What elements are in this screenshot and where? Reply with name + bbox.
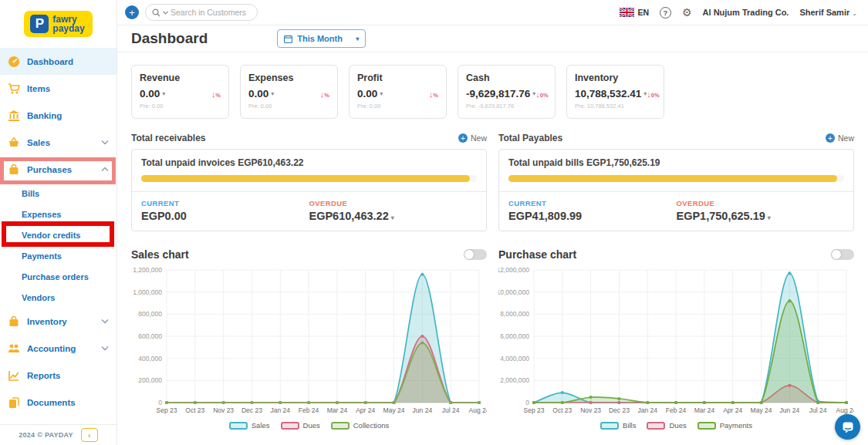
kpi-card-profit: Profit 0.00▾↓% Pre: 0.00 — [349, 65, 447, 119]
svg-text:800,000: 800,000 — [138, 310, 162, 318]
current-label: CURRENT — [141, 199, 309, 207]
legend-item-payments[interactable]: Payments — [697, 421, 752, 430]
sidebar-item-sales[interactable]: Sales — [0, 129, 117, 156]
svg-text:600,000: 600,000 — [138, 332, 162, 340]
svg-text:Apr 24: Apr 24 — [723, 406, 742, 414]
sidebar-item-vendors[interactable]: Vendors — [0, 287, 117, 308]
new-label: New — [838, 133, 854, 143]
receivables-progress-bar — [141, 175, 477, 182]
receivables-title: Total receivables — [131, 133, 206, 143]
sidebar-item-label: Accounting — [27, 344, 101, 353]
kpi-label: Cash — [466, 72, 547, 83]
purchase-chart-section: Purchase chart 02,000,0004,000,0006,000,… — [498, 248, 854, 430]
legend-swatch — [697, 422, 716, 430]
kpi-label: Expenses — [248, 72, 329, 83]
topbar: + EN ? ⚙ Al Nujum Trading Co. Sherif Sam… — [117, 0, 868, 25]
sidebar-item-label: Banking — [27, 111, 109, 120]
legend-swatch — [647, 422, 665, 430]
svg-text:6,000,000: 6,000,000 — [500, 332, 529, 340]
copyright-text: 2024 © PAYDAY — [19, 431, 73, 439]
purchase-chart: 02,000,0004,000,0006,000,0008,000,00010,… — [498, 264, 854, 420]
sidebar-item-banking[interactable]: Banking — [0, 102, 117, 129]
quick-add-button[interactable]: + — [125, 5, 139, 19]
payables-title: Total Payables — [498, 133, 562, 143]
uk-flag-icon — [620, 8, 634, 17]
sales-chart-toggle[interactable] — [464, 249, 487, 260]
cart-icon — [8, 83, 20, 95]
search-input[interactable] — [171, 8, 248, 17]
period-filter-dropdown[interactable]: This Month ▾ — [277, 29, 366, 48]
legend-item-dues[interactable]: Dues — [281, 421, 320, 430]
user-menu[interactable]: Sherif Samir ⌄ — [799, 8, 857, 17]
search-scope-caret-icon[interactable] — [163, 11, 168, 15]
kpi-previous-value: Pre: 0.00 — [357, 103, 438, 110]
svg-text:Jul 24: Jul 24 — [442, 406, 460, 414]
sidebar: P fawry payday Dashboard Items Banking — [0, 0, 117, 445]
plus-icon: + — [458, 133, 468, 143]
language-selector[interactable]: EN — [620, 8, 649, 17]
sidebar-item-label: Purchases — [27, 165, 101, 174]
kpi-previous-value: Pre: 10,788,532.41 — [575, 103, 656, 110]
new-bill-button[interactable]: + New — [826, 133, 854, 143]
global-search[interactable] — [145, 4, 258, 21]
chat-widget-button[interactable] — [835, 414, 860, 440]
legend-item-bills[interactable]: Bills — [600, 421, 636, 430]
overdue-dropdown-caret-icon[interactable]: ▾ — [391, 214, 394, 221]
sidebar-item-dashboard[interactable]: Dashboard — [0, 48, 117, 75]
sidebar-collapse-button[interactable]: ‹ — [81, 428, 98, 442]
brand-logo[interactable]: P fawry payday — [0, 0, 117, 48]
current-value: EGP0.00 — [141, 210, 309, 222]
sidebar-item-bills[interactable]: Bills — [0, 183, 117, 204]
chevron-up-icon — [101, 167, 109, 172]
help-icon[interactable]: ? — [660, 7, 671, 19]
kpi-delta-down: ↓0% — [647, 89, 659, 99]
new-invoice-button[interactable]: + New — [458, 133, 487, 143]
svg-text:Nov 23: Nov 23 — [580, 406, 601, 414]
legend-swatch — [331, 422, 350, 430]
sidebar-child-label: Purchase orders — [22, 272, 89, 281]
legend-swatch — [281, 422, 299, 430]
app-window: P fawry payday Dashboard Items Banking — [0, 0, 868, 445]
language-code: EN — [637, 8, 649, 17]
sidebar-item-inventory[interactable]: Inventory — [0, 308, 117, 335]
legend-item-sales[interactable]: Sales — [229, 421, 270, 430]
period-filter-value: This Month — [297, 34, 343, 43]
svg-text:Aug 24: Aug 24 — [469, 406, 487, 414]
sidebar-item-purchases[interactable]: Purchases — [0, 156, 117, 183]
purchase-chart-legend: Bills Dues Payments — [498, 421, 854, 430]
svg-text:200,000: 200,000 — [138, 376, 162, 384]
kpi-dropdown-caret-icon[interactable]: ▾ — [380, 90, 383, 97]
receivables-panel: Total unpaid invoices EGP610,463.22 CURR… — [131, 149, 487, 231]
sidebar-item-accounting[interactable]: Accounting — [0, 335, 117, 362]
legend-item-dues[interactable]: Dues — [647, 421, 686, 430]
sidebar-item-expenses[interactable]: Expenses — [0, 204, 117, 224]
new-label: New — [471, 133, 487, 143]
inventory-bag-icon — [8, 315, 20, 328]
sidebar-item-reports[interactable]: Reports — [0, 362, 117, 389]
sidebar-child-label: Bills — [22, 189, 39, 198]
svg-text:Sep 23: Sep 23 — [157, 406, 177, 414]
kpi-dropdown-caret-icon[interactable]: ▾ — [271, 90, 274, 97]
sidebar-item-items[interactable]: Items — [0, 75, 117, 102]
legend-item-collections[interactable]: Collections — [331, 421, 389, 430]
purchase-chart-toggle[interactable] — [831, 249, 854, 260]
gear-icon[interactable]: ⚙ — [682, 6, 692, 19]
sidebar-item-purchase-orders[interactable]: Purchase orders — [0, 266, 117, 287]
chevron-down-icon: ⌄ — [852, 10, 857, 17]
unpaid-bills-summary: Total unpaid bills EGP1,750,625.19 — [508, 157, 844, 168]
overdue-dropdown-caret-icon[interactable]: ▾ — [768, 214, 771, 221]
current-label: CURRENT — [508, 199, 677, 207]
kpi-dropdown-caret-icon[interactable]: ▾ — [162, 90, 165, 97]
sidebar-item-payments[interactable]: Payments — [0, 245, 117, 266]
sidebar-item-vendor-credits[interactable]: Vendor credits — [0, 224, 117, 245]
svg-text:Mar 24: Mar 24 — [694, 406, 715, 414]
sidebar-item-documents[interactable]: Documents — [0, 389, 117, 416]
sales-chart: 0200,000400,000600,000800,0001,000,0001,… — [131, 264, 487, 420]
chat-bubble-icon — [842, 421, 854, 433]
kpi-previous-value: Pre: -9,629,817.76 — [466, 103, 547, 110]
kpi-previous-value: Pre: 0.00 — [248, 103, 329, 110]
chevron-down-icon — [101, 319, 109, 324]
kpi-label: Profit — [357, 72, 438, 83]
svg-text:Apr 24: Apr 24 — [356, 406, 375, 414]
sidebar-item-label: Items — [27, 84, 109, 93]
